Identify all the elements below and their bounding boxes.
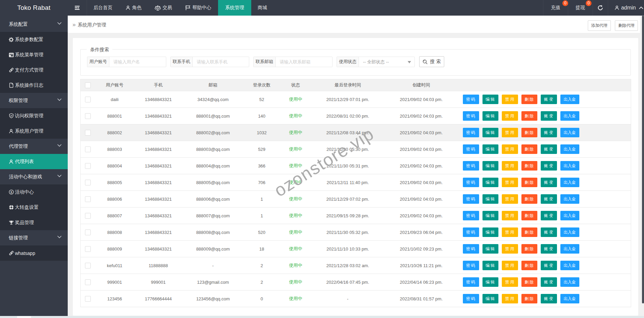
action-deposit-withdraw-button[interactable]: 出入金	[560, 294, 579, 303]
action-password-button[interactable]: 密码	[463, 294, 479, 303]
sidebar-item-wheel-settings[interactable]: 大转盘设置	[0, 200, 68, 215]
withdraw-button[interactable]: 提现0	[568, 0, 593, 16]
search-button[interactable]: 搜 索	[419, 56, 444, 67]
nav-item-roles[interactable]: 角色	[119, 0, 148, 16]
action-account-change-button[interactable]: 账变	[541, 277, 557, 287]
horizontal-scrollbar-thumb[interactable]	[17, 316, 31, 318]
action-deposit-withdraw-button[interactable]: 出入金	[560, 178, 579, 187]
action-account-change-button[interactable]: 账变	[541, 294, 557, 303]
add-agent-button[interactable]: 添加代理	[588, 20, 611, 31]
action-delete-button[interactable]: 删除	[521, 294, 538, 303]
sidebar-group-system-config[interactable]: 系统配置	[0, 17, 68, 32]
delete-agent-button[interactable]: 删除代理	[615, 20, 638, 31]
action-deposit-withdraw-button[interactable]: 出入金	[560, 261, 579, 270]
sidebar-item-agent-list[interactable]: 代理列表	[0, 154, 68, 169]
nav-item-transactions[interactable]: 交易	[148, 0, 179, 16]
row-checkbox[interactable]	[85, 130, 91, 136]
nav-item-help-center[interactable]: 帮助中心	[179, 0, 218, 16]
action-disable-button[interactable]: 禁用	[502, 244, 518, 254]
nav-item-system-management[interactable]: 系统管理	[218, 0, 251, 16]
action-disable-button[interactable]: 禁用	[502, 194, 518, 204]
row-checkbox[interactable]	[85, 146, 91, 152]
row-checkbox[interactable]	[85, 263, 91, 269]
action-password-button[interactable]: 密码	[463, 144, 479, 154]
action-account-change-button[interactable]: 账变	[541, 111, 557, 121]
action-password-button[interactable]: 密码	[463, 194, 479, 204]
action-edit-button[interactable]: 编辑	[482, 244, 499, 254]
action-password-button[interactable]: 密码	[463, 211, 479, 220]
nav-item-dashboard[interactable]: 后台首页	[87, 0, 119, 16]
action-password-button[interactable]: 密码	[463, 161, 479, 171]
action-delete-button[interactable]: 删除	[521, 227, 538, 237]
recharge-button[interactable]: 充值0	[543, 0, 568, 16]
action-edit-button[interactable]: 编辑	[482, 194, 499, 204]
action-account-change-button[interactable]: 账变	[541, 211, 557, 220]
action-deposit-withdraw-button[interactable]: 出入金	[560, 244, 579, 254]
action-edit-button[interactable]: 编辑	[482, 178, 499, 187]
action-disable-button[interactable]: 禁用	[502, 294, 518, 303]
select-all-checkbox[interactable]	[85, 82, 91, 88]
email-input[interactable]	[276, 57, 332, 67]
action-account-change-button[interactable]: 账变	[541, 194, 557, 204]
phone-input[interactable]	[193, 57, 249, 67]
action-delete-button[interactable]: 删除	[521, 261, 538, 270]
action-edit-button[interactable]: 编辑	[482, 95, 499, 104]
action-edit-button[interactable]: 编辑	[482, 144, 499, 154]
action-password-button[interactable]: 密码	[463, 261, 479, 270]
horizontal-scrollbar[interactable]	[0, 316, 644, 318]
row-checkbox[interactable]	[85, 113, 91, 119]
action-password-button[interactable]: 密码	[463, 178, 479, 187]
action-account-change-button[interactable]: 账变	[541, 128, 557, 137]
action-edit-button[interactable]: 编辑	[482, 261, 499, 270]
action-account-change-button[interactable]: 账变	[541, 227, 557, 237]
action-disable-button[interactable]: 禁用	[502, 161, 518, 171]
nav-item-mall[interactable]: 商城	[251, 0, 274, 16]
action-disable-button[interactable]: 禁用	[502, 227, 518, 237]
action-delete-button[interactable]: 删除	[521, 194, 538, 204]
action-disable-button[interactable]: 禁用	[502, 261, 518, 270]
sidebar-item-system-params[interactable]: 系统参数配置	[0, 32, 68, 47]
action-delete-button[interactable]: 删除	[521, 128, 538, 137]
action-deposit-withdraw-button[interactable]: 出入金	[560, 227, 579, 237]
action-password-button[interactable]: 密码	[463, 111, 479, 121]
action-edit-button[interactable]: 编辑	[482, 211, 499, 220]
action-edit-button[interactable]: 编辑	[482, 161, 499, 171]
refresh-button[interactable]	[593, 0, 608, 16]
action-account-change-button[interactable]: 账变	[541, 261, 557, 270]
action-account-change-button[interactable]: 账变	[541, 95, 557, 104]
action-disable-button[interactable]: 禁用	[502, 277, 518, 287]
action-delete-button[interactable]: 删除	[521, 111, 538, 121]
sidebar-item-access-permissions[interactable]: 访问权限管理	[0, 108, 68, 123]
action-password-button[interactable]: 密码	[463, 244, 479, 254]
sidebar-group-activity-games[interactable]: 活动中心和游戏	[0, 169, 68, 184]
action-delete-button[interactable]: 删除	[521, 277, 538, 287]
action-deposit-withdraw-button[interactable]: 出入金	[560, 194, 579, 204]
action-disable-button[interactable]: 禁用	[502, 111, 518, 121]
row-checkbox[interactable]	[85, 296, 91, 302]
action-password-button[interactable]: 密码	[463, 277, 479, 287]
row-checkbox[interactable]	[85, 180, 91, 185]
action-disable-button[interactable]: 禁用	[502, 128, 518, 137]
action-deposit-withdraw-button[interactable]: 出入金	[560, 211, 579, 220]
action-deposit-withdraw-button[interactable]: 出入金	[560, 277, 579, 287]
action-account-change-button[interactable]: 账变	[541, 144, 557, 154]
sidebar-item-system-menu[interactable]: 系统菜单管理	[0, 47, 68, 62]
row-checkbox[interactable]	[85, 97, 91, 102]
sidebar-item-payment-methods[interactable]: 支付方式管理	[0, 62, 68, 78]
row-checkbox[interactable]	[85, 230, 91, 235]
sidebar-group-links[interactable]: 链接管理	[0, 230, 68, 245]
brand-logo[interactable]: Toko Rabat	[0, 0, 68, 16]
sidebar-item-operation-logs[interactable]: 系统操作日志	[0, 78, 68, 93]
action-delete-button[interactable]: 删除	[521, 178, 538, 187]
row-checkbox[interactable]	[85, 246, 91, 252]
action-disable-button[interactable]: 禁用	[502, 211, 518, 220]
sidebar-group-permissions[interactable]: 权限管理	[0, 93, 68, 108]
action-disable-button[interactable]: 禁用	[502, 144, 518, 154]
action-password-button[interactable]: 密码	[463, 227, 479, 237]
action-delete-button[interactable]: 删除	[521, 244, 538, 254]
account-input[interactable]	[109, 57, 166, 67]
vertical-scrollbar[interactable]	[640, 16, 644, 316]
sidebar-group-agents[interactable]: 代理管理	[0, 139, 68, 154]
action-password-button[interactable]: 密码	[463, 95, 479, 104]
action-account-change-button[interactable]: 账变	[541, 244, 557, 254]
